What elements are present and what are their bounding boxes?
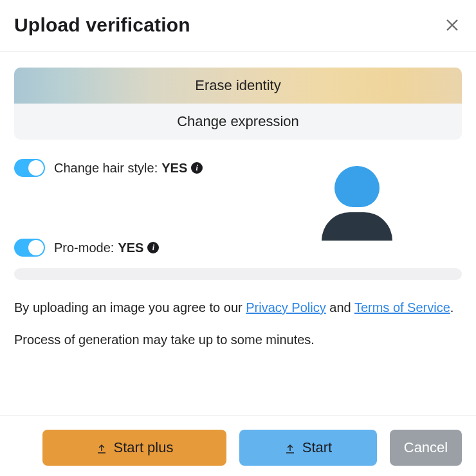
upload-icon: [284, 442, 296, 453]
legal-text: By uploading an image you agree to our P…: [14, 298, 462, 317]
segment-erase-identity[interactable]: Erase identity: [14, 68, 462, 104]
row-pro-mode: Pro-mode: YES i: [14, 239, 462, 257]
modal-header: Upload verification: [0, 0, 476, 52]
progress-placeholder-bar: [14, 268, 462, 280]
upload-verification-modal: Upload verification Erase identity Chang…: [0, 0, 476, 476]
start-plus-button[interactable]: Start plus: [42, 430, 226, 466]
modal-title: Upload verification: [14, 14, 190, 36]
toggle-pro-mode[interactable]: [14, 239, 45, 257]
modal-body: Erase identity Change expression Change …: [0, 52, 476, 347]
label-pro-mode: Pro-mode: YES i: [54, 241, 159, 255]
avatar-head-icon: [334, 166, 380, 207]
link-privacy-policy[interactable]: Privacy Policy: [246, 300, 325, 315]
toggle-knob: [28, 240, 44, 255]
link-terms-of-service[interactable]: Terms of Service: [354, 300, 450, 315]
label-change-hair-style: Change hair style: YES i: [54, 161, 203, 176]
cancel-button[interactable]: Cancel: [390, 430, 462, 466]
generation-note: Process of generation may take up to som…: [14, 333, 462, 347]
close-icon: [444, 17, 460, 33]
mode-segmented-control: Erase identity Change expression: [14, 68, 462, 140]
row-change-hair-style: Change hair style: YES i: [14, 159, 462, 177]
start-button[interactable]: Start: [239, 430, 377, 466]
toggle-knob: [28, 160, 44, 176]
segment-change-expression[interactable]: Change expression: [14, 104, 462, 140]
toggle-change-hair-style[interactable]: [14, 159, 45, 177]
info-icon[interactable]: i: [147, 242, 159, 253]
avatar-body-icon: [322, 212, 392, 241]
info-icon[interactable]: i: [191, 162, 203, 174]
close-button[interactable]: [443, 15, 462, 35]
modal-footer: Start plus Start Cancel: [0, 415, 476, 476]
avatar-preview: [322, 166, 392, 243]
upload-icon: [96, 442, 107, 453]
